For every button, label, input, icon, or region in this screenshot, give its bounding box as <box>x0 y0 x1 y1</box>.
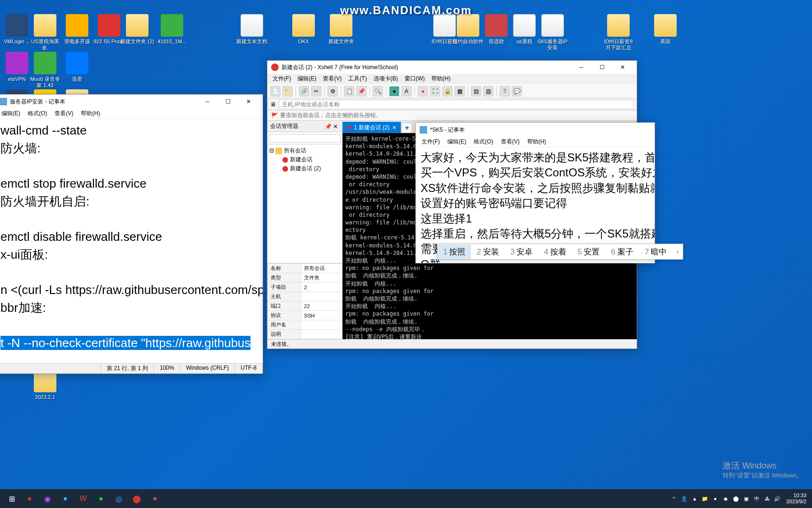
session-tab[interactable]: 1 新建会话 (2) × <box>343 122 401 133</box>
taskbar-app[interactable]: ● <box>21 490 39 507</box>
desktop-icon[interactable]: 迅雷 <box>60 52 94 82</box>
ime-candidate[interactable]: 4按着 <box>538 245 571 259</box>
ime-candidate[interactable]: 3安卓 <box>505 245 538 259</box>
ime-candidate[interactable]: 6案子 <box>605 245 639 259</box>
layout-button[interactable]: ▦ <box>454 86 465 96</box>
menu-item[interactable]: 查看(V) <box>320 74 345 84</box>
tray-icon[interactable]: 👤 <box>680 496 688 502</box>
session-search-input[interactable] <box>269 134 341 143</box>
desktop-icon[interactable]: 41815_1M... <box>155 14 189 45</box>
menu-item[interactable]: 编辑(E) <box>0 109 24 119</box>
desktop-icon[interactable]: ID州日薪资8月下款汇总 <box>601 14 635 51</box>
tray-icon[interactable]: ● <box>711 496 719 501</box>
taskbar-app[interactable]: ⬤ <box>128 490 146 507</box>
clock[interactable]: 10:33 2023/9/2 <box>783 492 809 505</box>
help-button[interactable]: ? <box>500 86 510 96</box>
tray-ime-icon[interactable]: 中 <box>752 495 761 502</box>
font-button[interactable]: A <box>401 86 412 96</box>
tree-root[interactable]: ⊟ 所有会话 <box>269 146 340 155</box>
tree-node[interactable]: 新建会话 <box>269 155 340 164</box>
desktop-icon[interactable]: OKX <box>287 14 320 45</box>
titlebar[interactable]: 新建会话 (2) - Xshell 7 (Free for Home/Schoo… <box>267 61 637 74</box>
close-tab-button[interactable]: × <box>392 124 396 131</box>
close-panel-button[interactable]: ✕ <box>332 123 339 130</box>
menu-item[interactable]: 查看(V) <box>51 109 77 119</box>
cascade-button[interactable]: ▥ <box>483 86 493 96</box>
desktop-icon[interactable]: 新建文本文档 <box>235 14 269 45</box>
text-area[interactable]: wall-cmd --state 防火墙: emctl stop firewal… <box>0 119 263 363</box>
desktop-icon[interactable]: 2023.2.1 <box>28 370 62 400</box>
reconnect-button[interactable]: 🔗 <box>299 86 309 96</box>
desktop-icon[interactable]: 美国 <box>648 14 682 45</box>
menu-item[interactable]: 格式(O) <box>470 137 497 147</box>
desktop-icon[interactable]: 雷电多开器 <box>60 14 94 45</box>
session-tree[interactable]: ⊟ 所有会话 新建会话新建会话 (2) <box>267 144 342 263</box>
ime-prev-icon[interactable]: ‹ <box>672 247 683 256</box>
taskbar-app[interactable]: ✦ <box>146 490 164 507</box>
titlebar[interactable]: *SK5 - 记事本 <box>416 123 655 137</box>
titlebar[interactable]: 服务器IP安装 - 记事本 ─ ☐ ✕ <box>0 95 263 109</box>
ime-candidate[interactable]: 2安装 <box>471 245 504 259</box>
about-button[interactable]: 💬 <box>512 86 522 96</box>
properties-button[interactable]: ⚙ <box>328 86 338 96</box>
desktop-icon[interactable]: Moo0 录音专家 1.43 <box>28 52 62 88</box>
open-button[interactable]: 📁 <box>282 86 293 96</box>
menu-item[interactable]: 文件(F) <box>269 74 294 84</box>
find-button[interactable]: 🔍 <box>373 86 383 96</box>
host-input[interactable] <box>279 100 634 109</box>
menu-item[interactable]: 编辑(E) <box>294 74 320 84</box>
desktop-icon[interactable]: 新建文件夹 (2) <box>120 14 154 45</box>
desktop-icon[interactable]: 新建文件夹 <box>324 14 358 45</box>
taskbar-app[interactable]: W <box>74 490 92 507</box>
menu-item[interactable]: 帮助(H) <box>77 109 104 119</box>
menu-item[interactable]: 选项卡(B) <box>370 74 401 84</box>
menu-item[interactable]: 查看(V) <box>497 137 523 147</box>
tray-volume-icon[interactable]: 🔊 <box>773 496 781 502</box>
tray-icon[interactable]: 📁 <box>701 496 709 502</box>
maximize-button[interactable]: ☐ <box>592 61 612 73</box>
menu-item[interactable]: 文件(F) <box>418 137 444 147</box>
ime-candidate[interactable]: 7暗中 <box>639 245 672 259</box>
ime-candidate-bar[interactable]: 1按照2安装3安卓4按着5安置6案子7暗中‹ <box>437 244 683 260</box>
lock-button[interactable]: 🔒 <box>442 86 453 96</box>
tile-button[interactable]: ▤ <box>471 86 481 96</box>
taskbar[interactable]: ⊞ ● ◉ ● W ● ◎ ⬤ ✦ ^ 👤 ▲ 📁 ● ◆ ⬤ ▣ 中 🖧 🔊 … <box>0 489 812 508</box>
tray-chevron-icon[interactable]: ^ <box>670 496 678 501</box>
minimize-button[interactable]: ─ <box>197 95 218 108</box>
new-tab-button[interactable]: + <box>402 123 412 133</box>
menu-item[interactable]: 格式(O) <box>24 109 51 119</box>
tray-icon[interactable]: ⬤ <box>732 496 740 502</box>
menu-item[interactable]: 窗口(W) <box>401 74 428 84</box>
menu-item[interactable]: 工具(T) <box>345 74 370 84</box>
ime-candidate[interactable]: 1按照 <box>437 245 471 259</box>
tree-node[interactable]: 新建会话 (2) <box>269 164 340 173</box>
paste-button[interactable]: 📌 <box>356 86 367 96</box>
taskbar-app[interactable]: ● <box>56 490 74 507</box>
taskbar-app[interactable]: ● <box>92 490 110 507</box>
ime-candidate[interactable]: 5安置 <box>572 245 605 259</box>
menu-item[interactable]: 帮助(H) <box>523 137 550 147</box>
desktop-icon[interactable]: US退税淘美金. <box>28 14 62 51</box>
taskbar-app[interactable]: ◉ <box>39 490 56 507</box>
copy-button[interactable]: 📋 <box>344 86 354 96</box>
color-button[interactable]: ● <box>389 86 399 96</box>
tray-icon[interactable]: ▣ <box>742 496 750 502</box>
close-button[interactable]: ✕ <box>238 95 259 108</box>
maximize-button[interactable]: ☐ <box>218 95 238 108</box>
tray-icon[interactable]: ◆ <box>721 496 730 502</box>
disconnect-button[interactable]: ✂ <box>311 86 321 96</box>
desktop-icon[interactable]: SK5服务器IP安装 <box>536 14 570 51</box>
minimize-button[interactable]: ─ <box>571 61 592 73</box>
system-tray[interactable]: ^ 👤 ▲ 📁 ● ◆ ⬤ ▣ 中 🖧 🔊 10:33 2023/9/2 <box>670 492 809 505</box>
menu-item[interactable]: 帮助(H) <box>428 74 454 84</box>
start-button[interactable]: ⊞ <box>3 490 21 507</box>
menu-item[interactable]: 编辑(E) <box>444 137 470 147</box>
taskbar-app[interactable]: ◎ <box>110 490 128 507</box>
tray-icon[interactable]: ▲ <box>690 496 699 501</box>
tray-network-icon[interactable]: 🖧 <box>763 496 771 501</box>
fullscreen-button[interactable]: ⛶ <box>430 86 440 96</box>
session-button[interactable]: ● <box>418 86 428 96</box>
close-button[interactable]: ✕ <box>612 61 633 73</box>
pin-button[interactable]: 📌 <box>324 123 332 130</box>
new-button[interactable]: 📄 <box>270 86 281 96</box>
